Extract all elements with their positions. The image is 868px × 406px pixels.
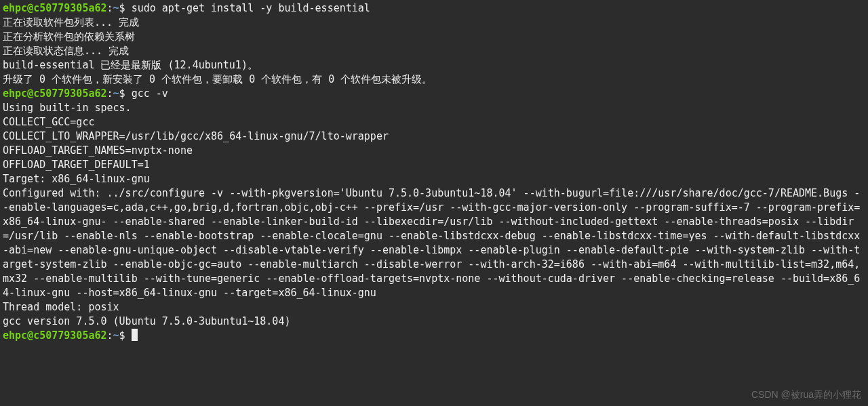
- prompt-path: ~: [113, 2, 119, 14]
- prompt-dollar: $: [119, 2, 125, 14]
- apt-line-2: 正在分析软件包的依赖关系树: [3, 31, 135, 43]
- prompt-user-host: ehpc@c50779305a62: [3, 87, 107, 100]
- gcc-line-2: COLLECT_GCC=gcc: [3, 116, 94, 128]
- gcc-line-6: Target: x86_64-linux-gnu: [3, 173, 150, 185]
- gcc-line-8: Thread model: posix: [3, 301, 119, 313]
- apt-line-4: build-essential 已经是最新版 (12.4ubuntu1)。: [3, 59, 258, 71]
- gcc-line-9: gcc version 7.5.0 (Ubuntu 7.5.0-3ubuntu1…: [3, 315, 290, 327]
- apt-line-1: 正在读取软件包列表... 完成: [3, 16, 139, 28]
- prompt-sep: :: [107, 2, 113, 14]
- prompt-dollar: $: [119, 87, 125, 100]
- prompt-sep: :: [107, 329, 113, 342]
- prompt-path: ~: [113, 329, 119, 342]
- prompt-path: ~: [113, 87, 119, 100]
- terminal-output[interactable]: ehpc@c50779305a62:~$ sudo apt-get instal…: [3, 1, 865, 343]
- gcc-line-3: COLLECT_LTO_WRAPPER=/usr/lib/gcc/x86_64-…: [3, 130, 389, 142]
- command-2: gcc -v: [125, 87, 168, 100]
- command-3: [125, 329, 132, 342]
- prompt-sep: :: [107, 87, 113, 100]
- cursor-icon: [132, 329, 138, 341]
- prompt-user-host: ehpc@c50779305a62: [3, 329, 107, 342]
- command-1: sudo apt-get install -y build-essential: [125, 2, 370, 14]
- apt-line-5: 升级了 0 个软件包，新安装了 0 个软件包，要卸载 0 个软件包，有 0 个软…: [3, 73, 432, 85]
- watermark-text: CSDN @被rua弄的小狸花: [751, 388, 861, 402]
- prompt-user-host: ehpc@c50779305a62: [3, 2, 107, 14]
- apt-line-3: 正在读取状态信息... 完成: [3, 45, 129, 57]
- gcc-line-1: Using built-in specs.: [3, 102, 132, 114]
- gcc-line-5: OFFLOAD_TARGET_DEFAULT=1: [3, 159, 150, 171]
- prompt-dollar: $: [119, 329, 125, 342]
- gcc-configured: Configured with: ../src/configure -v --w…: [3, 187, 860, 299]
- gcc-line-4: OFFLOAD_TARGET_NAMES=nvptx-none: [3, 144, 193, 157]
